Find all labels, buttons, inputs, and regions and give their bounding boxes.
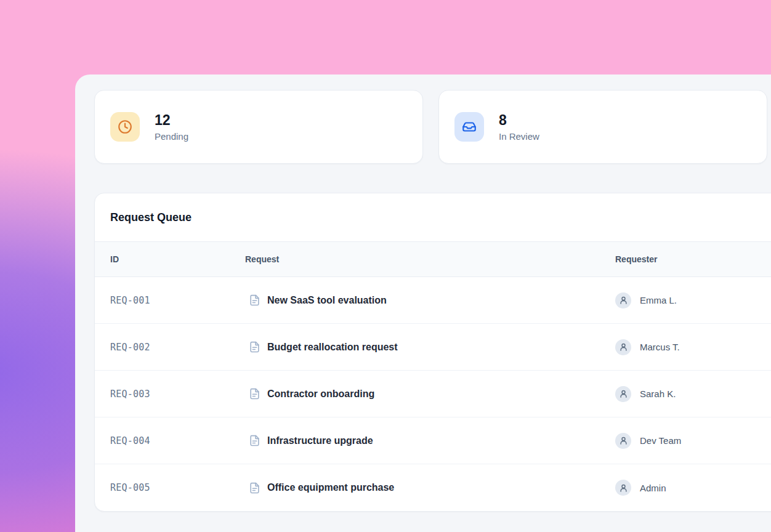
avatar [615, 433, 631, 449]
table-title: Request Queue [95, 193, 771, 242]
requester-cell: Marcus T. [615, 339, 771, 355]
document-icon [249, 341, 260, 353]
in-review-label: In Review [499, 131, 539, 142]
requester-cell: Dev Team [615, 433, 771, 449]
avatar [615, 480, 631, 496]
stat-text: 8 In Review [499, 112, 539, 142]
request-id: REQ-004 [110, 435, 245, 446]
request-id: REQ-002 [110, 342, 245, 353]
document-icon [249, 388, 260, 400]
request-cell: Office equipment purchase [245, 482, 615, 494]
stat-text: 12 Pending [155, 112, 188, 142]
page-background: 12 Pending 8 In Review Request Queue [0, 0, 771, 532]
request-title: Budget reallocation request [267, 342, 398, 353]
inbox-icon [454, 112, 484, 142]
document-icon [249, 435, 260, 446]
column-header-requester: Requester [615, 254, 771, 264]
avatar [615, 339, 631, 355]
table-row[interactable]: REQ-001 New SaaS tool evaluation Emma L. [95, 277, 771, 324]
table-body: REQ-001 New SaaS tool evaluation Emma L. [95, 277, 771, 511]
requester-cell: Admin [615, 480, 771, 496]
request-title: Infrastructure upgrade [267, 435, 373, 446]
requester-name: Admin [640, 483, 666, 493]
document-icon [249, 294, 260, 306]
table-row[interactable]: REQ-005 Office equipment purchase Admin [95, 464, 771, 511]
stat-card-in-review: 8 In Review [438, 90, 767, 164]
requester-name: Sarah K. [640, 389, 676, 399]
table-header-row: ID Request Requester [95, 242, 771, 277]
requester-name: Emma L. [640, 295, 677, 305]
avatar [615, 292, 631, 308]
table-row[interactable]: REQ-002 Budget reallocation request Marc… [95, 324, 771, 371]
request-cell: Budget reallocation request [245, 341, 615, 353]
request-title: Office equipment purchase [267, 482, 394, 493]
request-id: REQ-003 [110, 389, 245, 400]
request-id: REQ-001 [110, 295, 245, 306]
requester-cell: Sarah K. [615, 386, 771, 402]
requester-name: Dev Team [640, 435, 681, 446]
stats-row: 12 Pending 8 In Review [94, 90, 771, 164]
in-review-count: 8 [499, 112, 539, 129]
request-cell: Contractor onboarding [245, 388, 615, 400]
clock-icon [110, 112, 140, 142]
requester-cell: Emma L. [615, 292, 771, 308]
table-row[interactable]: REQ-003 Contractor onboarding Sarah K. [95, 371, 771, 417]
request-cell: Infrastructure upgrade [245, 435, 615, 446]
stat-card-pending: 12 Pending [94, 90, 423, 164]
column-header-id: ID [110, 254, 245, 264]
avatar [615, 386, 631, 402]
main-panel: 12 Pending 8 In Review Request Queue [75, 75, 771, 532]
pending-count: 12 [155, 112, 188, 129]
request-queue-card: Request Queue ID Request Requester REQ-0… [94, 193, 771, 512]
table-row[interactable]: REQ-004 Infrastructure upgrade Dev Team [95, 417, 771, 464]
document-icon [249, 482, 260, 494]
requester-name: Marcus T. [640, 342, 680, 352]
request-title: New SaaS tool evaluation [267, 295, 387, 306]
request-cell: New SaaS tool evaluation [245, 294, 615, 306]
column-header-request: Request [245, 254, 615, 264]
request-title: Contractor onboarding [267, 389, 374, 400]
request-id: REQ-005 [110, 482, 245, 493]
pending-label: Pending [155, 131, 188, 142]
